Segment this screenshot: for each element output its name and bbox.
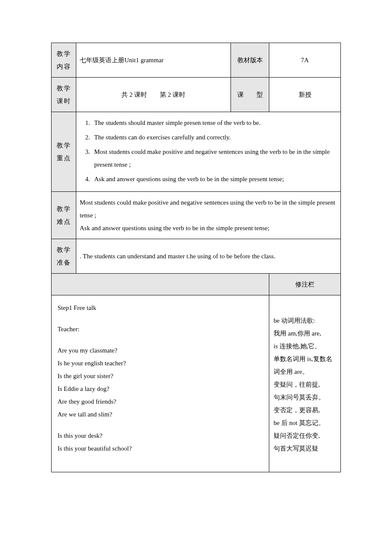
question-line: Are we tall and slim? xyxy=(58,408,263,421)
value-periods: 共 2 课时 第 2 课时 xyxy=(76,78,231,112)
label-keypoints: 教学重点 xyxy=(52,112,76,192)
note-line: 变否定，更容易, xyxy=(274,404,336,416)
value-class-type: 新授 xyxy=(269,78,341,112)
row-preparation: 教学准备 . The students can understand and m… xyxy=(52,239,341,274)
label-teaching-content: 教学内容 xyxy=(52,43,76,78)
note-line: be 动词用法歌: xyxy=(274,314,336,327)
note-line: 单数名词用 is,复数名词全用 are。 xyxy=(274,353,336,378)
note-line: 变疑问，往前提, xyxy=(274,378,336,391)
value-keypoints: The students should master simple presen… xyxy=(76,112,341,192)
row-keypoints: 教学重点 The students should master simple p… xyxy=(52,112,341,192)
label-difficulties: 教学难点 xyxy=(52,192,76,239)
keypoint-item: Most students could make positive and ne… xyxy=(92,145,337,171)
teacher-label: Teacher: xyxy=(58,323,263,335)
label-preparation: 教学准备 xyxy=(52,239,76,274)
procedure-cell: Step1 Free talk Teacher: Are you my clas… xyxy=(52,295,269,472)
value-textbook-version: 7A xyxy=(269,43,341,78)
label-textbook-version: 教材版本 xyxy=(231,43,269,78)
note-line: 句首大写莫迟疑 xyxy=(274,442,336,455)
row-difficulties: 教学难点 Most students could make positive a… xyxy=(52,192,341,239)
note-line: 句末问号莫丢弃。 xyxy=(274,391,336,404)
question-line: Is Eddie a lazy dog? xyxy=(58,382,263,395)
question-line: Is this your desk? xyxy=(58,429,263,442)
label-class-type: 课 型 xyxy=(231,78,269,112)
question-line: Are they good friends? xyxy=(58,395,263,408)
lesson-plan-table: 教学内容 七年级英语上册Unit1 grammar 教材版本 7A 教学课时 共… xyxy=(51,43,341,472)
question-line: Are you my classmate? xyxy=(58,344,263,357)
value-preparation: . The students can understand and master… xyxy=(76,239,341,274)
label-notes-column: 修注栏 xyxy=(269,274,341,295)
note-line: 我用 am,你用 are, xyxy=(274,327,336,340)
value-teaching-content: 七年级英语上册Unit1 grammar xyxy=(76,43,231,78)
notes-cell: be 动词用法歌: 我用 am,你用 are, is 连接他,她,它。 单数名词… xyxy=(269,295,341,472)
keypoint-item: The students should master simple presen… xyxy=(92,116,337,129)
blank-header xyxy=(52,274,269,295)
value-difficulties: Most students could make positive and ne… xyxy=(76,192,341,239)
question-line: Is the girl your sister? xyxy=(58,370,263,382)
note-line: 疑问否定任你变, xyxy=(274,429,336,442)
question-line: Is he your english teacher? xyxy=(58,357,263,370)
keypoint-item: The students can do exercises carefully … xyxy=(92,131,337,144)
difficulty-line: Most students could make positive and ne… xyxy=(80,196,337,222)
label-periods: 教学课时 xyxy=(52,78,76,112)
row-content: 教学内容 七年级英语上册Unit1 grammar 教材版本 7A xyxy=(52,43,341,78)
keypoint-item: Ask and answer questions using the verb … xyxy=(92,173,337,185)
step-title: Step1 Free talk xyxy=(58,301,263,314)
question-line: Is this your beautiful school? xyxy=(58,442,263,455)
difficulty-line: Ask and answer questions using the verb … xyxy=(80,222,337,234)
row-procedure: Step1 Free talk Teacher: Are you my clas… xyxy=(52,295,341,472)
row-periods: 教学课时 共 2 课时 第 2 课时 课 型 新授 xyxy=(52,78,341,112)
row-notes-header: 修注栏 xyxy=(52,274,341,295)
note-line: is 连接他,她,它。 xyxy=(274,340,336,353)
note-line: be 后 not 莫忘记。 xyxy=(274,416,336,429)
